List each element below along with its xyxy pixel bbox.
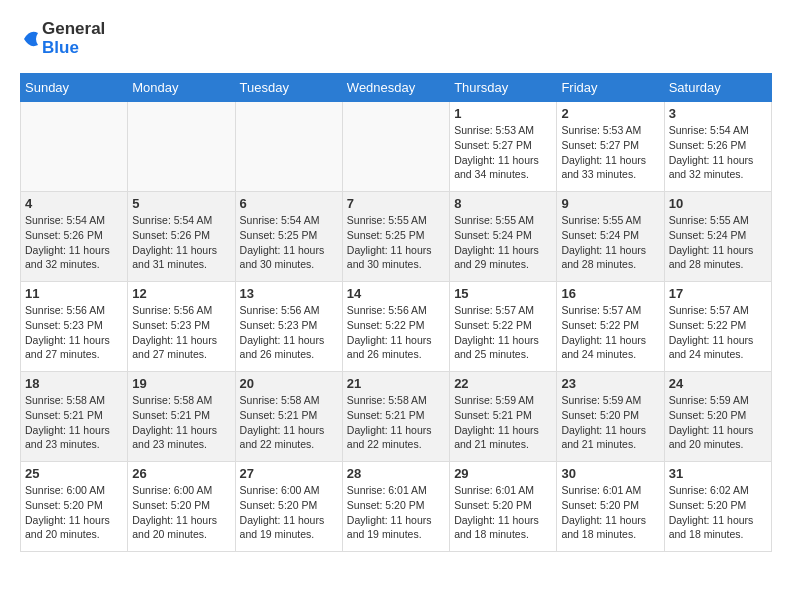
day-number: 10 xyxy=(669,196,767,211)
calendar-cell xyxy=(342,102,449,192)
calendar-cell: 25Sunrise: 6:00 AM Sunset: 5:20 PM Dayli… xyxy=(21,462,128,552)
day-number: 26 xyxy=(132,466,230,481)
cell-info: Sunrise: 5:57 AM Sunset: 5:22 PM Dayligh… xyxy=(454,303,552,362)
calendar-cell: 3Sunrise: 5:54 AM Sunset: 5:26 PM Daylig… xyxy=(664,102,771,192)
day-number: 4 xyxy=(25,196,123,211)
day-number: 2 xyxy=(561,106,659,121)
day-number: 3 xyxy=(669,106,767,121)
calendar-cell: 24Sunrise: 5:59 AM Sunset: 5:20 PM Dayli… xyxy=(664,372,771,462)
calendar-cell: 22Sunrise: 5:59 AM Sunset: 5:21 PM Dayli… xyxy=(450,372,557,462)
day-number: 8 xyxy=(454,196,552,211)
week-row-1: 1Sunrise: 5:53 AM Sunset: 5:27 PM Daylig… xyxy=(21,102,772,192)
cell-info: Sunrise: 5:55 AM Sunset: 5:24 PM Dayligh… xyxy=(454,213,552,272)
cell-info: Sunrise: 5:57 AM Sunset: 5:22 PM Dayligh… xyxy=(669,303,767,362)
day-number: 30 xyxy=(561,466,659,481)
cell-info: Sunrise: 5:57 AM Sunset: 5:22 PM Dayligh… xyxy=(561,303,659,362)
cell-info: Sunrise: 5:56 AM Sunset: 5:23 PM Dayligh… xyxy=(25,303,123,362)
cell-info: Sunrise: 5:55 AM Sunset: 5:24 PM Dayligh… xyxy=(561,213,659,272)
day-number: 21 xyxy=(347,376,445,391)
cell-info: Sunrise: 5:55 AM Sunset: 5:25 PM Dayligh… xyxy=(347,213,445,272)
day-number: 28 xyxy=(347,466,445,481)
calendar-cell: 26Sunrise: 6:00 AM Sunset: 5:20 PM Dayli… xyxy=(128,462,235,552)
cell-info: Sunrise: 5:56 AM Sunset: 5:22 PM Dayligh… xyxy=(347,303,445,362)
calendar-cell: 23Sunrise: 5:59 AM Sunset: 5:20 PM Dayli… xyxy=(557,372,664,462)
cell-info: Sunrise: 5:59 AM Sunset: 5:21 PM Dayligh… xyxy=(454,393,552,452)
calendar-cell xyxy=(128,102,235,192)
cell-info: Sunrise: 6:01 AM Sunset: 5:20 PM Dayligh… xyxy=(454,483,552,542)
day-number: 31 xyxy=(669,466,767,481)
cell-info: Sunrise: 5:58 AM Sunset: 5:21 PM Dayligh… xyxy=(25,393,123,452)
logo-blue: Blue xyxy=(42,39,105,58)
cell-info: Sunrise: 5:58 AM Sunset: 5:21 PM Dayligh… xyxy=(347,393,445,452)
day-header-monday: Monday xyxy=(128,74,235,102)
day-number: 17 xyxy=(669,286,767,301)
calendar-cell: 17Sunrise: 5:57 AM Sunset: 5:22 PM Dayli… xyxy=(664,282,771,372)
logo: General Blue xyxy=(20,20,105,57)
calendar-cell: 11Sunrise: 5:56 AM Sunset: 5:23 PM Dayli… xyxy=(21,282,128,372)
calendar-cell: 13Sunrise: 5:56 AM Sunset: 5:23 PM Dayli… xyxy=(235,282,342,372)
cell-info: Sunrise: 5:59 AM Sunset: 5:20 PM Dayligh… xyxy=(561,393,659,452)
cell-info: Sunrise: 6:00 AM Sunset: 5:20 PM Dayligh… xyxy=(25,483,123,542)
cell-info: Sunrise: 5:58 AM Sunset: 5:21 PM Dayligh… xyxy=(240,393,338,452)
week-row-5: 25Sunrise: 6:00 AM Sunset: 5:20 PM Dayli… xyxy=(21,462,772,552)
cell-info: Sunrise: 5:55 AM Sunset: 5:24 PM Dayligh… xyxy=(669,213,767,272)
logo-container: General Blue xyxy=(20,20,105,57)
calendar-cell: 21Sunrise: 5:58 AM Sunset: 5:21 PM Dayli… xyxy=(342,372,449,462)
logo-general: General xyxy=(42,20,105,39)
calendar-cell: 1Sunrise: 5:53 AM Sunset: 5:27 PM Daylig… xyxy=(450,102,557,192)
calendar-cell xyxy=(235,102,342,192)
header-row: SundayMondayTuesdayWednesdayThursdayFrid… xyxy=(21,74,772,102)
day-number: 18 xyxy=(25,376,123,391)
logo-text: General Blue xyxy=(42,20,105,57)
calendar-cell: 2Sunrise: 5:53 AM Sunset: 5:27 PM Daylig… xyxy=(557,102,664,192)
calendar-cell: 6Sunrise: 5:54 AM Sunset: 5:25 PM Daylig… xyxy=(235,192,342,282)
calendar-cell: 20Sunrise: 5:58 AM Sunset: 5:21 PM Dayli… xyxy=(235,372,342,462)
day-number: 1 xyxy=(454,106,552,121)
cell-info: Sunrise: 6:02 AM Sunset: 5:20 PM Dayligh… xyxy=(669,483,767,542)
day-number: 9 xyxy=(561,196,659,211)
day-header-tuesday: Tuesday xyxy=(235,74,342,102)
day-number: 22 xyxy=(454,376,552,391)
day-number: 14 xyxy=(347,286,445,301)
cell-info: Sunrise: 5:54 AM Sunset: 5:25 PM Dayligh… xyxy=(240,213,338,272)
cell-info: Sunrise: 5:54 AM Sunset: 5:26 PM Dayligh… xyxy=(25,213,123,272)
cell-info: Sunrise: 5:56 AM Sunset: 5:23 PM Dayligh… xyxy=(240,303,338,362)
cell-info: Sunrise: 5:59 AM Sunset: 5:20 PM Dayligh… xyxy=(669,393,767,452)
calendar-cell: 29Sunrise: 6:01 AM Sunset: 5:20 PM Dayli… xyxy=(450,462,557,552)
day-number: 20 xyxy=(240,376,338,391)
cell-info: Sunrise: 5:58 AM Sunset: 5:21 PM Dayligh… xyxy=(132,393,230,452)
calendar-cell: 10Sunrise: 5:55 AM Sunset: 5:24 PM Dayli… xyxy=(664,192,771,282)
calendar-cell: 16Sunrise: 5:57 AM Sunset: 5:22 PM Dayli… xyxy=(557,282,664,372)
day-number: 24 xyxy=(669,376,767,391)
week-row-3: 11Sunrise: 5:56 AM Sunset: 5:23 PM Dayli… xyxy=(21,282,772,372)
calendar-header: SundayMondayTuesdayWednesdayThursdayFrid… xyxy=(21,74,772,102)
day-header-sunday: Sunday xyxy=(21,74,128,102)
cell-info: Sunrise: 5:54 AM Sunset: 5:26 PM Dayligh… xyxy=(132,213,230,272)
week-row-2: 4Sunrise: 5:54 AM Sunset: 5:26 PM Daylig… xyxy=(21,192,772,282)
calendar-cell: 31Sunrise: 6:02 AM Sunset: 5:20 PM Dayli… xyxy=(664,462,771,552)
day-header-thursday: Thursday xyxy=(450,74,557,102)
cell-info: Sunrise: 5:53 AM Sunset: 5:27 PM Dayligh… xyxy=(561,123,659,182)
cell-info: Sunrise: 6:00 AM Sunset: 5:20 PM Dayligh… xyxy=(132,483,230,542)
day-header-friday: Friday xyxy=(557,74,664,102)
calendar-cell: 27Sunrise: 6:00 AM Sunset: 5:20 PM Dayli… xyxy=(235,462,342,552)
calendar-cell: 28Sunrise: 6:01 AM Sunset: 5:20 PM Dayli… xyxy=(342,462,449,552)
day-number: 11 xyxy=(25,286,123,301)
day-number: 23 xyxy=(561,376,659,391)
calendar-cell: 30Sunrise: 6:01 AM Sunset: 5:20 PM Dayli… xyxy=(557,462,664,552)
calendar-cell: 12Sunrise: 5:56 AM Sunset: 5:23 PM Dayli… xyxy=(128,282,235,372)
calendar-cell: 7Sunrise: 5:55 AM Sunset: 5:25 PM Daylig… xyxy=(342,192,449,282)
calendar-table: SundayMondayTuesdayWednesdayThursdayFrid… xyxy=(20,73,772,552)
day-number: 15 xyxy=(454,286,552,301)
cell-info: Sunrise: 6:01 AM Sunset: 5:20 PM Dayligh… xyxy=(561,483,659,542)
calendar-body: 1Sunrise: 5:53 AM Sunset: 5:27 PM Daylig… xyxy=(21,102,772,552)
cell-info: Sunrise: 5:56 AM Sunset: 5:23 PM Dayligh… xyxy=(132,303,230,362)
cell-info: Sunrise: 5:54 AM Sunset: 5:26 PM Dayligh… xyxy=(669,123,767,182)
day-number: 29 xyxy=(454,466,552,481)
calendar-cell: 18Sunrise: 5:58 AM Sunset: 5:21 PM Dayli… xyxy=(21,372,128,462)
calendar-cell: 4Sunrise: 5:54 AM Sunset: 5:26 PM Daylig… xyxy=(21,192,128,282)
cell-info: Sunrise: 6:00 AM Sunset: 5:20 PM Dayligh… xyxy=(240,483,338,542)
day-number: 6 xyxy=(240,196,338,211)
week-row-4: 18Sunrise: 5:58 AM Sunset: 5:21 PM Dayli… xyxy=(21,372,772,462)
day-header-wednesday: Wednesday xyxy=(342,74,449,102)
